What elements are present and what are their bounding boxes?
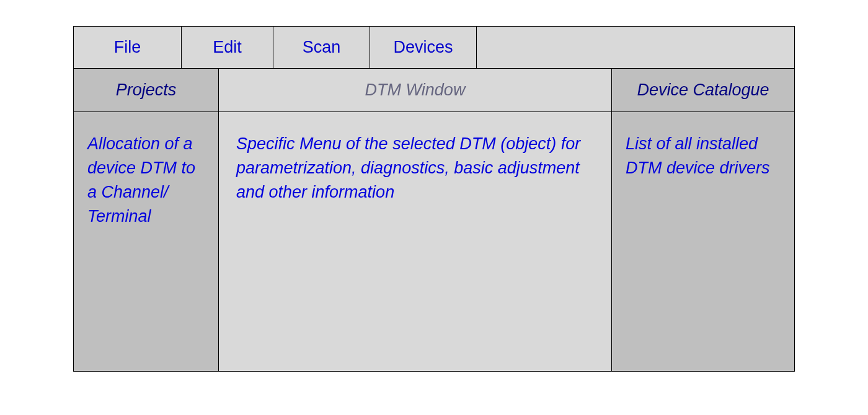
panel-header-dtm-window: DTM Window [219, 69, 612, 111]
menubar: File Edit Scan Devices [74, 27, 794, 69]
panel-header-projects: Projects [74, 69, 219, 111]
menu-empty [477, 27, 794, 68]
panel-body-catalogue: List of all installed DTM device drivers [612, 112, 794, 371]
panel-headers: Projects DTM Window Device Catalogue [74, 69, 794, 112]
panel-body-projects: Allocation of a device DTM to a Channel/… [74, 112, 219, 371]
panel-body-dtm-window: Specific Menu of the selected DTM (objec… [219, 112, 612, 371]
menu-scan[interactable]: Scan [273, 27, 370, 68]
panel-bodies: Allocation of a device DTM to a Channel/… [74, 112, 794, 371]
menu-devices[interactable]: Devices [370, 27, 477, 68]
menu-edit[interactable]: Edit [182, 27, 273, 68]
menu-file[interactable]: File [74, 27, 182, 68]
panel-header-catalogue: Device Catalogue [612, 69, 794, 111]
app-frame: File Edit Scan Devices Projects DTM Wind… [73, 26, 795, 372]
